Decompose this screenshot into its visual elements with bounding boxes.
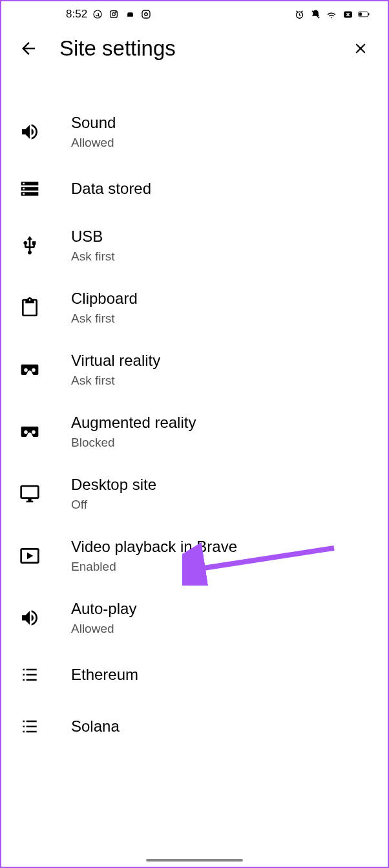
vr-icon: [18, 358, 41, 381]
setting-subtitle: Blocked: [71, 436, 196, 450]
page-title: Site settings: [59, 36, 330, 61]
setting-usb[interactable]: USB Ask first: [1, 215, 388, 277]
ar-icon: [18, 420, 41, 443]
x-badge-icon: [342, 8, 353, 20]
setting-text: USB Ask first: [71, 228, 115, 264]
setting-clipboard[interactable]: Clipboard Ask first: [1, 277, 388, 339]
instagram-icon: [108, 8, 120, 20]
close-icon: [352, 40, 369, 57]
svg-rect-10: [368, 13, 369, 16]
back-button[interactable]: [17, 37, 40, 60]
setting-subtitle: Allowed: [71, 136, 116, 150]
wifi-icon: [326, 8, 337, 20]
setting-title: Sound: [71, 114, 116, 132]
setting-subtitle: Ask first: [71, 374, 160, 388]
setting-data-stored[interactable]: Data stored: [1, 163, 388, 215]
close-button[interactable]: [349, 37, 372, 60]
setting-title: Virtual reality: [71, 352, 160, 370]
clipboard-icon: [18, 296, 41, 319]
setting-title: Video playback in Brave: [71, 538, 237, 556]
setting-subtitle: Off: [71, 498, 156, 512]
home-indicator: [146, 859, 243, 862]
whatsapp-icon: [92, 8, 103, 20]
setting-title: Clipboard: [71, 290, 138, 308]
setting-subtitle: Ask first: [71, 249, 115, 264]
setting-title: USB: [71, 228, 115, 246]
setting-text: Solana: [71, 717, 120, 736]
setting-text: Augmented reality Blocked: [71, 414, 196, 450]
setting-subtitle: Enabled: [71, 560, 237, 574]
usb-icon: [18, 234, 41, 257]
store-icon: [124, 8, 136, 20]
setting-subtitle: Ask first: [71, 312, 138, 326]
video-playback-icon: [18, 544, 41, 567]
svg-rect-9: [359, 12, 362, 16]
setting-solana[interactable]: Solana: [1, 701, 388, 752]
header: Site settings: [1, 25, 388, 72]
setting-subtitle: Allowed: [71, 622, 136, 636]
setting-title: Desktop site: [71, 476, 156, 494]
status-left: 8:52: [66, 8, 152, 21]
status-bar: 8:52: [1, 1, 388, 25]
list-icon: [18, 663, 41, 686]
battery-icon: [358, 8, 370, 20]
setting-title: Ethereum: [71, 666, 138, 684]
setting-title: Auto-play: [71, 600, 136, 618]
autoplay-icon: [18, 606, 41, 630]
status-time: 8:52: [66, 8, 87, 21]
setting-sound[interactable]: Sound Allowed: [1, 101, 388, 163]
setting-ethereum[interactable]: Ethereum: [1, 649, 388, 701]
setting-text: Clipboard Ask first: [71, 290, 138, 326]
setting-virtual-reality[interactable]: Virtual reality Ask first: [1, 339, 388, 401]
setting-text: Virtual reality Ask first: [71, 352, 160, 388]
svg-point-5: [145, 13, 148, 16]
setting-title: Solana: [71, 717, 120, 736]
svg-point-0: [94, 10, 101, 18]
setting-text: Sound Allowed: [71, 114, 116, 150]
desktop-icon: [18, 482, 41, 505]
setting-desktop-site[interactable]: Desktop site Off: [1, 463, 388, 525]
svg-point-3: [116, 12, 116, 12]
list-icon: [18, 715, 41, 738]
alarm-icon: [293, 8, 305, 20]
status-right: [293, 8, 370, 20]
setting-text: Data stored: [71, 180, 151, 198]
setting-text: Video playback in Brave Enabled: [71, 538, 237, 574]
svg-point-2: [112, 13, 116, 16]
sound-icon: [18, 120, 41, 143]
notification-mute-icon: [310, 8, 321, 20]
app-icon: [140, 8, 152, 20]
setting-title: Augmented reality: [71, 414, 196, 432]
storage-icon: [18, 177, 41, 200]
setting-text: Desktop site Off: [71, 476, 156, 512]
setting-video-playback[interactable]: Video playback in Brave Enabled: [1, 525, 388, 587]
setting-augmented-reality[interactable]: Augmented reality Blocked: [1, 401, 388, 463]
setting-text: Auto-play Allowed: [71, 600, 136, 636]
setting-auto-play[interactable]: Auto-play Allowed: [1, 587, 388, 649]
settings-list: Sound Allowed Data stored USB Ask first …: [1, 72, 388, 752]
svg-rect-4: [142, 10, 150, 18]
arrow-back-icon: [19, 39, 38, 58]
setting-title: Data stored: [71, 180, 151, 198]
setting-text: Ethereum: [71, 666, 138, 684]
